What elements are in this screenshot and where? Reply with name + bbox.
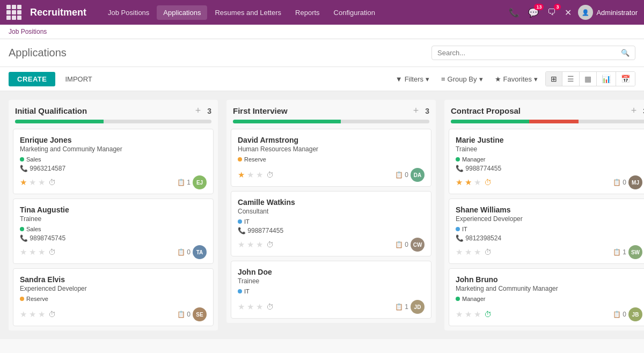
calendar-view-button[interactable]: 📅: [616, 72, 635, 86]
nav-job-positions[interactable]: Job Positions: [101, 5, 156, 20]
star-empty-icon[interactable]: ★: [20, 247, 27, 257]
star-filled-icon[interactable]: ★: [20, 178, 27, 187]
star-empty-icon[interactable]: ★: [474, 178, 481, 187]
kanban-card[interactable]: Enrique Jones Marketing and Community Ma…: [13, 129, 214, 194]
chart-view-button[interactable]: 📊: [597, 72, 616, 86]
doc-count: 📋 1: [613, 248, 626, 256]
star-filled-icon[interactable]: ★: [456, 178, 463, 187]
doc-count: 📋 0: [613, 311, 626, 318]
brand-name: Recruitment: [30, 7, 86, 18]
star-empty-icon[interactable]: ★: [247, 240, 254, 249]
doc-icon: 📋: [613, 311, 621, 318]
card-role: Marketing and Community Manager: [456, 285, 642, 292]
nav-configuration[interactable]: Configuration: [327, 5, 382, 20]
favorites-button[interactable]: ★ Favorites ▾: [491, 73, 542, 85]
kanban-view-button[interactable]: ⊞: [546, 72, 562, 86]
groupby-button[interactable]: ≡ Group By ▾: [437, 73, 487, 85]
star-empty-icon[interactable]: ★: [247, 170, 254, 180]
card-tag: IT: [238, 288, 250, 295]
card-name: David Armstrong: [238, 136, 425, 144]
card-role: Trainee: [238, 277, 425, 285]
card-footer: ★★★ ⏱ 📋 1 EJ: [20, 175, 207, 189]
kanban-card[interactable]: Marie Justine Trainee Manager 📞 99887744…: [449, 129, 644, 194]
star-empty-icon[interactable]: ★: [238, 302, 245, 312]
kanban-card[interactable]: David Armstrong Human Resources Manager …: [231, 129, 431, 187]
kanban-card[interactable]: Camille Watkins Consultant IT 📞 99887744…: [231, 191, 431, 256]
card-avatar: EJ: [193, 175, 207, 189]
page-header: Applications 🔍: [0, 39, 644, 67]
kanban-card[interactable]: Shane Williams Experienced Developer IT …: [449, 198, 644, 264]
card-name: John Doe: [238, 268, 425, 276]
star-empty-icon[interactable]: ★: [29, 247, 36, 257]
star-empty-icon[interactable]: ★: [474, 310, 481, 319]
messages-icon[interactable]: 💬 13: [526, 5, 541, 20]
doc-icon: 📋: [177, 179, 185, 186]
star-empty-icon[interactable]: ★: [29, 310, 36, 319]
card-name: Marie Justine: [456, 136, 642, 144]
card-footer: ★★★ ⏱ 📋 1 JD: [238, 300, 425, 314]
toolbar: CREATE IMPORT ▼ Filters ▾ ≡ Group By ▾ ★…: [0, 67, 644, 91]
list-view-button[interactable]: ☰: [562, 72, 580, 86]
kanban-card[interactable]: John Bruno Marketing and Community Manag…: [449, 268, 644, 326]
card-role: Trainee: [456, 145, 642, 153]
star-empty-icon[interactable]: ★: [38, 310, 45, 319]
star-filled-icon[interactable]: ★: [238, 170, 245, 180]
col-add-icon[interactable]: +: [629, 105, 639, 116]
doc-count: 📋 0: [177, 311, 191, 318]
chat-icon[interactable]: 🗨 3: [545, 5, 558, 19]
search-input[interactable]: [437, 49, 618, 57]
card-name: John Bruno: [456, 275, 642, 284]
col-add-icon[interactable]: +: [411, 105, 421, 116]
star-empty-icon[interactable]: ★: [256, 302, 263, 312]
nav-reports[interactable]: Reports: [289, 5, 326, 20]
col-title: Contract Proposal: [451, 106, 625, 115]
nav-applications[interactable]: Applications: [157, 5, 207, 20]
star-empty-icon[interactable]: ★: [29, 178, 36, 187]
star-empty-icon[interactable]: ★: [474, 247, 481, 257]
create-button[interactable]: CREATE: [9, 72, 55, 86]
star-empty-icon[interactable]: ★: [20, 310, 27, 319]
star-empty-icon[interactable]: ★: [465, 247, 472, 257]
star-empty-icon[interactable]: ★: [38, 178, 45, 187]
star-filled-icon[interactable]: ★: [465, 178, 472, 187]
avatar: 👤: [578, 5, 593, 20]
card-name: Shane Williams: [456, 205, 642, 214]
search-bar[interactable]: 🔍: [431, 46, 635, 60]
nav-resumes-letters[interactable]: Resumes and Letters: [208, 5, 288, 20]
tag-dot: [20, 157, 24, 161]
star-empty-icon[interactable]: ★: [256, 240, 263, 249]
clock-icon: ⏱: [48, 310, 56, 319]
card-footer: ★★★ ⏱ 📋 0 JB: [456, 307, 642, 321]
kanban-card[interactable]: John Doe Trainee IT ★★★ ⏱ 📋 1 JD: [231, 261, 431, 319]
star-empty-icon[interactable]: ★: [238, 240, 245, 249]
settings-icon[interactable]: ✕: [562, 5, 574, 20]
breadcrumb-link[interactable]: Job Positions: [9, 28, 47, 35]
kanban-card[interactable]: Tina Augustie Trainee Sales 📞 9898745745…: [13, 198, 214, 264]
card-footer: ★★★ ⏱ 📋 0 CW: [238, 238, 425, 252]
doc-icon: 📋: [613, 248, 621, 256]
kanban-card[interactable]: Sandra Elvis Experienced Developer Reser…: [13, 268, 214, 326]
tag-dot: [456, 227, 460, 231]
star-empty-icon[interactable]: ★: [256, 170, 263, 180]
star-empty-icon[interactable]: ★: [38, 247, 45, 257]
app-grid-icon[interactable]: [6, 5, 21, 20]
star-empty-icon[interactable]: ★: [456, 310, 463, 319]
kanban-board: Initial Qualification + 3 Enrique Jones …: [0, 91, 644, 339]
star-empty-icon[interactable]: ★: [247, 302, 254, 312]
card-role: Marketing and Community Manager: [20, 145, 207, 153]
col-add-icon[interactable]: +: [193, 105, 203, 116]
card-tag: IT: [456, 226, 467, 232]
user-menu[interactable]: 👤 Administrator: [578, 5, 638, 20]
import-button[interactable]: IMPORT: [60, 72, 97, 86]
grid-view-button[interactable]: ▦: [580, 72, 597, 86]
card-footer: ★★★ ⏱ 📋 0 TA: [20, 245, 207, 259]
card-tag: Sales: [20, 226, 41, 232]
star-empty-icon[interactable]: ★: [456, 247, 463, 257]
doc-icon: 📋: [395, 303, 403, 311]
star-empty-icon[interactable]: ★: [465, 310, 472, 319]
filters-button[interactable]: ▼ Filters ▾: [391, 73, 434, 85]
phone-icon[interactable]: 📞: [507, 5, 522, 20]
clock-icon: ⏱: [484, 310, 492, 319]
toolbar-right: ▼ Filters ▾ ≡ Group By ▾ ★ Favorites ▾ ⊞…: [391, 71, 635, 86]
card-avatar: DA: [411, 168, 425, 182]
